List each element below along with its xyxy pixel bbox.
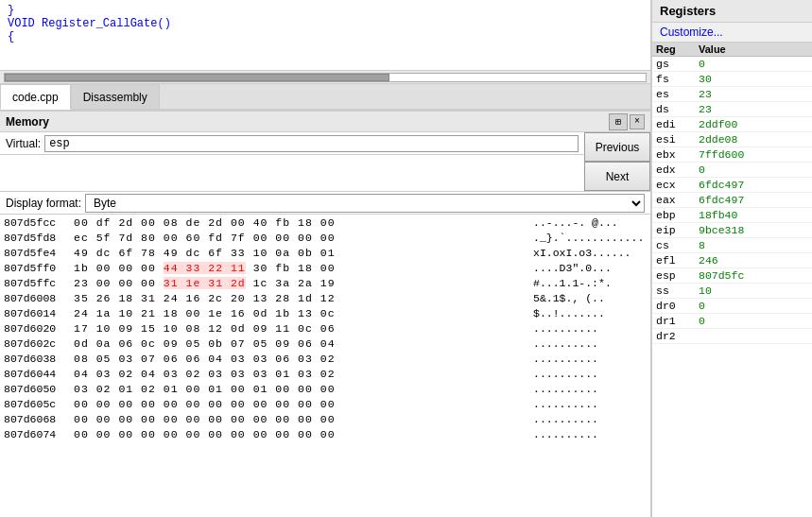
mem-chars: .......... [533, 353, 647, 365]
list-item[interactable]: ecx 6fdc497 [652, 178, 812, 193]
list-item[interactable]: eax 6fdc497 [652, 193, 812, 208]
reg-value: 2dde08 [699, 133, 737, 146]
keyword-void: VOID [8, 17, 42, 30]
list-item[interactable]: fs 30 [652, 72, 812, 87]
table-row: 807d5fe4 49 dc 6f 78 49 dc 6f 33 10 0a 0… [0, 245, 650, 260]
memory-close-button[interactable]: × [630, 114, 645, 129]
reg-name: edi [656, 118, 699, 130]
format-select[interactable]: Byte Short Long [85, 194, 645, 213]
reg-value: 0 [699, 164, 705, 176]
list-item[interactable]: dr1 0 [652, 314, 812, 329]
mem-addr: 807d5fcc [4, 216, 70, 229]
mem-chars: .......... [533, 383, 647, 395]
scrollbar-thumb[interactable] [5, 74, 389, 81]
list-item[interactable]: gs 0 [652, 57, 812, 72]
mem-addr: 807d6044 [4, 368, 70, 380]
mem-bytes: 17 10 09 15 10 08 12 0d 09 11 0c 06 [74, 322, 526, 335]
reg-name: esp [656, 269, 699, 282]
mem-chars: .......... [533, 322, 647, 335]
mem-addr: 807d5ff0 [4, 262, 70, 274]
mem-bytes: 08 05 03 07 06 06 04 03 03 06 03 02 [74, 353, 526, 365]
mem-bytes: 00 00 00 00 00 00 00 00 00 00 00 00 [74, 428, 526, 440]
customize-link[interactable]: Customize... [652, 23, 812, 43]
format-label: Display format: [6, 197, 81, 210]
mem-addr: 807d5ffc [4, 277, 70, 289]
table-row: 807d605c 00 00 00 00 00 00 00 00 00 00 0… [0, 396, 650, 411]
table-row: 807d6014 24 1a 10 21 18 00 1e 16 0d 1b 1… [0, 305, 650, 320]
reg-value: 7ffd600 [699, 148, 744, 161]
list-item[interactable]: cs 8 [652, 238, 812, 253]
table-row: 807d5fcc 00 df 2d 00 08 de 2d 00 40 fb 1… [0, 215, 650, 230]
list-item[interactable]: efl 246 [652, 253, 812, 268]
mem-addr: 807d6038 [4, 353, 70, 365]
reg-value: 10 [699, 284, 712, 297]
nav-buttons: Previous Next [584, 132, 650, 191]
memory-title: Memory [6, 115, 609, 129]
tab-code-cpp[interactable]: code.cpp [0, 84, 71, 110]
mem-addr: 807d6020 [4, 322, 70, 335]
scrollbar-area[interactable] [0, 71, 650, 84]
list-item[interactable]: ebx 7ffd600 [652, 147, 812, 163]
list-item[interactable]: eip 9bce318 [652, 223, 812, 238]
mem-chars: ._}.`............ [533, 232, 647, 244]
reg-name: ss [656, 284, 699, 297]
reg-value: 0 [699, 300, 705, 312]
mem-addr: 807d605c [4, 398, 70, 410]
memory-panel: Memory ⊞ × Virtual: Previous Next [0, 111, 650, 517]
memory-content[interactable]: 807d5fcc 00 df 2d 00 08 de 2d 00 40 fb 1… [0, 215, 650, 517]
reg-name: cs [656, 239, 699, 251]
reg-name: ds [656, 103, 699, 115]
list-item[interactable]: edi 2ddf00 [652, 117, 812, 132]
mem-bytes: 00 df 2d 00 08 de 2d 00 40 fb 18 00 [74, 216, 526, 229]
mem-addr: 807d5fd8 [4, 232, 70, 244]
mem-addr: 807d6050 [4, 383, 70, 395]
table-row: 807d6008 35 26 18 31 24 16 2c 20 13 28 1… [0, 290, 650, 305]
mem-bytes: 23 00 00 00 31 1e 31 2d 1c 3a 2a 19 [74, 277, 526, 289]
reg-name: gs [656, 58, 699, 70]
display-format-bar: Display format: Byte Short Long [0, 192, 650, 215]
list-item[interactable]: esp 807d5fc [652, 268, 812, 284]
reg-name: eip [656, 224, 699, 236]
memory-icon-button[interactable]: ⊞ [609, 113, 628, 130]
registers-title: Registers [652, 0, 812, 23]
tab-disassembly[interactable]: Disassembly [71, 84, 160, 109]
mem-addr: 807d5fe4 [4, 247, 70, 259]
reg-name: dr1 [656, 315, 699, 327]
reg-name: ebx [656, 148, 699, 161]
reg-value: 6fdc497 [699, 194, 744, 206]
reg-value: 2ddf00 [699, 118, 737, 130]
mem-chars: 5&.1$., (.. [533, 292, 647, 304]
scrollbar-track[interactable] [4, 73, 647, 82]
mem-bytes: 04 03 02 04 03 02 03 03 03 01 03 02 [74, 368, 526, 380]
list-item[interactable]: dr0 0 [652, 299, 812, 314]
mem-addr: 807d602c [4, 337, 70, 350]
list-item[interactable]: ebp 18fb40 [652, 208, 812, 223]
table-row: 807d5ff0 1b 00 00 00 44 33 22 11 30 fb 1… [0, 260, 650, 275]
table-row: 807d5ffc 23 00 00 00 31 1e 31 2d 1c 3a 2… [0, 275, 650, 290]
list-item[interactable]: es 23 [652, 87, 812, 102]
next-button[interactable]: Next [584, 162, 650, 191]
mem-chars: .......... [533, 398, 647, 410]
virtual-input[interactable] [44, 135, 579, 152]
list-item[interactable]: esi 2dde08 [652, 132, 812, 147]
list-item[interactable]: dr2 [652, 329, 812, 344]
registers-header: Reg Value [652, 43, 812, 57]
reg-name: esi [656, 133, 699, 146]
mem-chars: .......... [533, 368, 647, 380]
list-item[interactable]: ds 23 [652, 102, 812, 117]
mem-chars: ....D3".0... [533, 262, 647, 274]
table-row: 807d6044 04 03 02 04 03 02 03 03 03 01 0… [0, 366, 650, 381]
list-item[interactable]: edx 0 [652, 163, 812, 178]
mem-chars: #...1.1-.:*. [533, 277, 647, 289]
right-panel: Registers Customize... Reg Value gs 0 fs… [651, 0, 812, 517]
previous-button[interactable]: Previous [584, 132, 650, 162]
reg-col-header-value: Value [699, 43, 726, 55]
table-row: 807d602c 0d 0a 06 0c 09 05 0b 07 05 09 0… [0, 336, 650, 351]
reg-name: eax [656, 194, 699, 206]
list-item[interactable]: ss 10 [652, 284, 812, 299]
mem-bytes: 03 02 01 02 01 00 01 00 01 00 00 00 [74, 383, 526, 395]
mem-bytes: ec 5f 7d 80 00 60 fd 7f 00 00 00 00 [74, 232, 526, 244]
virtual-label: Virtual: [6, 137, 41, 150]
virtual-bar: Virtual: [0, 132, 584, 155]
reg-name: fs [656, 73, 699, 85]
